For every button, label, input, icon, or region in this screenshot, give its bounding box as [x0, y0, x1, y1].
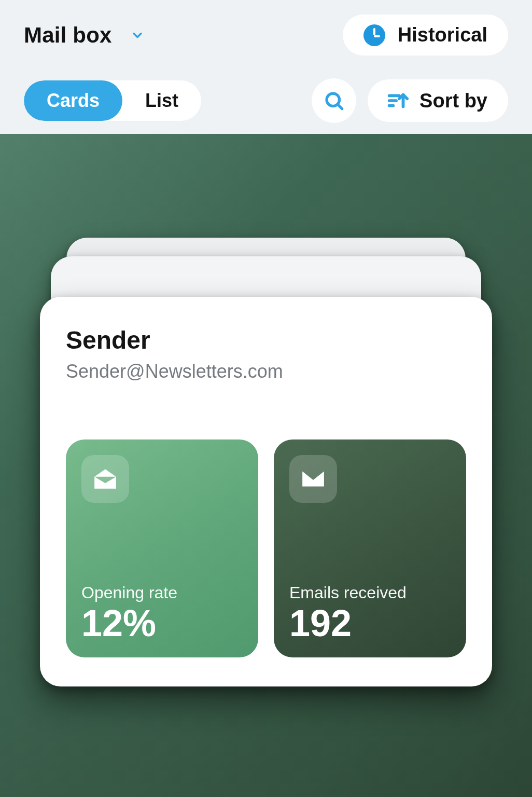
sort-button[interactable]: Sort by — [368, 79, 508, 122]
mailbox-selector[interactable]: Mail box — [24, 23, 145, 48]
search-icon — [323, 90, 345, 112]
chevron-down-icon[interactable] — [130, 28, 145, 43]
clock-icon — [363, 24, 385, 46]
stat-opening-rate-label: Opening rate — [81, 583, 243, 602]
sender-email: Sender@Newsletters.com — [66, 361, 466, 382]
historical-label: Historical — [398, 24, 487, 46]
search-button[interactable] — [312, 78, 356, 123]
header: Mail box Historical Cards List — [0, 0, 532, 139]
historical-button[interactable]: Historical — [343, 15, 508, 56]
stat-emails-received-label: Emails received — [289, 583, 451, 602]
tab-cards[interactable]: Cards — [24, 80, 122, 121]
svg-line-1 — [338, 104, 342, 109]
stat-opening-rate-value: 12% — [81, 604, 243, 642]
page-title: Mail box — [24, 23, 112, 48]
header-row: Mail box Historical — [24, 15, 508, 56]
sort-label: Sort by — [419, 90, 487, 112]
stat-emails-received-value: 192 — [289, 604, 451, 642]
stat-opening-rate[interactable]: Opening rate 12% — [66, 439, 258, 657]
sort-icon — [385, 89, 409, 113]
tab-list-label: List — [145, 90, 178, 111]
envelope-icon — [289, 455, 337, 503]
content-area: Sender Sender@Newsletters.com Opening ra… — [0, 134, 532, 797]
open-envelope-icon — [81, 455, 129, 503]
tab-cards-label: Cards — [47, 90, 100, 111]
sender-title: Sender — [66, 326, 466, 354]
toolbar: Cards List Sort by — [24, 78, 508, 123]
sender-card[interactable]: Sender Sender@Newsletters.com Opening ra… — [40, 297, 492, 686]
stat-emails-received[interactable]: Emails received 192 — [274, 439, 466, 657]
view-toggle: Cards List — [24, 80, 201, 121]
stats-row: Opening rate 12% Emails received 192 — [66, 439, 466, 657]
tab-list[interactable]: List — [122, 80, 201, 121]
